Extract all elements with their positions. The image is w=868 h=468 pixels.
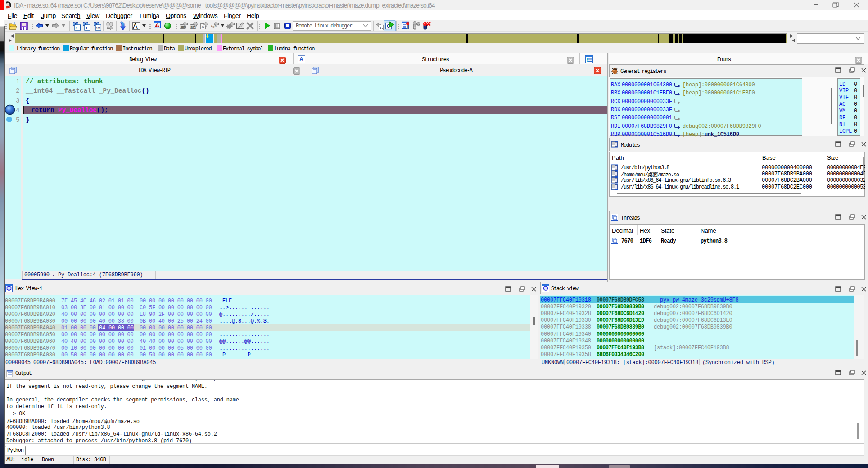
svg-text:T: T: [86, 26, 88, 30]
svg-text:A: A: [299, 56, 303, 63]
svg-text:#: #: [76, 26, 78, 30]
svg-text:64: 64: [7, 5, 10, 8]
svg-text:101: 101: [96, 27, 101, 30]
svg-text:C: C: [380, 26, 383, 30]
svg-text:A: A: [202, 25, 205, 29]
